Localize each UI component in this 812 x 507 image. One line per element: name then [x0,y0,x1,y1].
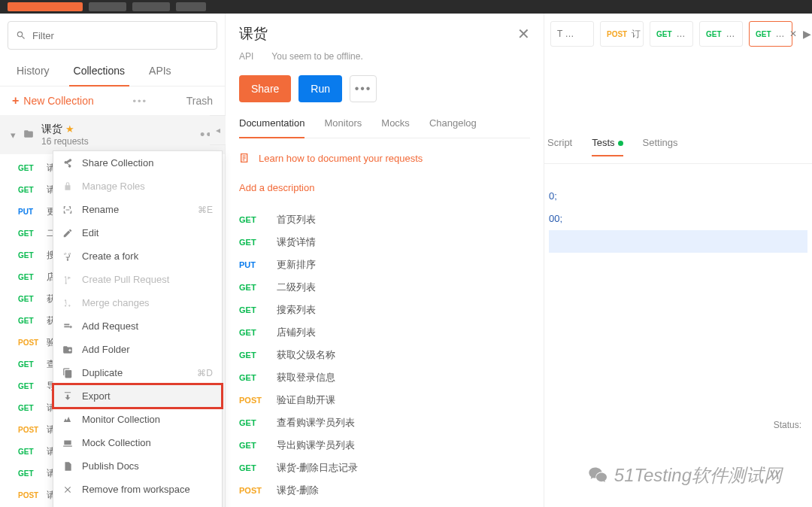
collection-subtitle: 16 requests [41,136,89,147]
menu-item-pull: Create Pull Request [53,268,222,291]
menu-item-export[interactable]: Export [53,384,222,408]
star-icon[interactable]: ★ [65,123,74,135]
doc-list-item[interactable]: GET店铺列表 [239,321,530,344]
tab-changelog[interactable]: Changelog [429,117,477,138]
collections-more-icon[interactable]: ••• [132,96,147,107]
subtab-settings[interactable]: Settings [643,137,678,156]
collection-context-menu: Share CollectionManage RolesRename⌘EEdit… [53,150,223,507]
doc-item-name: 查看购课学员列表 [277,416,355,430]
doc-list-item[interactable]: GET二级列表 [239,276,530,299]
status-dot-icon [618,141,623,146]
filter-input-wrap[interactable] [8,21,217,50]
request-tab[interactable]: T … [550,21,594,47]
menu-item-dup[interactable]: Duplicate⌘D [53,361,222,384]
collapse-sidebar-button[interactable]: ◂ [210,115,226,145]
menu-item-monitor[interactable]: Monitor Collection [53,408,222,431]
verb-badge: GET [18,295,42,303]
menu-item-rename[interactable]: Rename⌘E [53,198,222,221]
tab-documentation[interactable]: Documentation [239,117,304,138]
header-grey-button-3[interactable] [176,2,206,11]
code-editor[interactable]: 0; 00; [544,164,812,253]
lock-icon [62,181,73,192]
tab-label: T … [557,29,574,39]
trash-button[interactable]: Trash [186,95,213,107]
menu-item-publish[interactable]: Publish Docs [53,454,222,478]
verb-badge: GET [239,215,265,224]
learn-label: Learn how to document your requests [259,153,423,164]
request-tab[interactable]: GET…✕ [749,21,792,47]
sidebar-tab-apis[interactable]: APIs [137,57,183,86]
doc-list-item[interactable]: GET首页列表 [239,208,530,231]
request-tabstrip: T …POST订GET…GET…GET…✕▶ [544,14,812,54]
verb-badge: GET [239,328,265,337]
menu-item-delete[interactable]: Delete⌫ [53,501,222,507]
filter-input[interactable] [32,30,209,41]
menu-label: Add Request [82,320,138,332]
subtab-label: Tests [592,137,614,148]
export-icon [62,391,73,402]
tab-label: … [726,29,735,39]
header-orange-button[interactable] [8,2,83,11]
close-icon[interactable]: ✕ [517,25,530,43]
tab-label: … [677,29,686,39]
menu-item-addreq[interactable]: Add Request [53,314,222,338]
collection-header[interactable]: ▾ 课货 ★ 16 requests ••• ◂ [0,115,225,154]
tabs-scroll-right[interactable]: ▶ [798,28,812,40]
sidebar-tab-collections[interactable]: Collections [62,57,137,86]
menu-item-fork[interactable]: Create a fork [53,244,222,268]
doc-list-item[interactable]: GET获取登录信息 [239,366,530,389]
doc-list-item[interactable]: GET课货详情 [239,231,530,254]
doc-item-name: 课货详情 [277,235,316,249]
verb-badge: GET [18,382,42,390]
share-button[interactable]: Share [239,75,291,102]
menu-label: Manage Roles [82,181,145,192]
menu-item-mock[interactable]: Mock Collection [53,431,222,454]
header-grey-button-1[interactable] [89,2,126,11]
pull-icon [62,275,73,285]
doc-list-item[interactable]: GET导出购课学员列表 [239,434,530,457]
doc-list-item[interactable]: GET获取父级名称 [239,344,530,366]
menu-item-share[interactable]: Share Collection [53,151,222,175]
request-tab[interactable]: POST订 [600,21,644,47]
collection-name: 课货 [41,123,62,135]
code-line: 00; [549,213,562,224]
add-description-link[interactable]: Add a description [239,182,530,193]
subtab-label: Script [547,137,572,148]
verb-badge: POST [18,491,42,499]
verb-badge: GET [706,30,722,38]
learn-documentation-link[interactable]: Learn how to document your requests [239,152,530,164]
top-header [0,0,812,14]
verb-badge: GET [239,351,265,360]
doc-list-item[interactable]: POST课货-删除 [239,479,530,502]
subtab-label: Settings [643,137,678,148]
new-collection-button[interactable]: + New Collection [12,94,94,108]
plus-icon: + [12,94,19,108]
subtab-tests[interactable]: Tests [592,137,623,156]
tab-monitors[interactable]: Monitors [324,117,362,138]
doc-list-item[interactable]: POST验证自助开课 [239,389,530,411]
header-grey-button-2[interactable] [132,2,170,11]
verb-badge: GET [18,360,42,369]
subtab-script[interactable]: Script [547,137,572,156]
request-tab[interactable]: GET… [650,21,693,47]
doc-item-name: 更新排序 [277,258,316,272]
doc-list-item[interactable]: GET查看购课学员列表 [239,411,530,434]
menu-item-edit[interactable]: Edit [53,221,222,244]
detail-more-button[interactable]: ••• [350,75,377,102]
doc-item-name: 搜索列表 [277,303,316,317]
verb-badge: GET [18,251,42,260]
tab-mocks[interactable]: Mocks [381,117,410,138]
request-tab[interactable]: GET… [699,21,743,47]
run-button[interactable]: Run [298,75,342,102]
doc-list-item[interactable]: GET搜索列表 [239,299,530,321]
doc-list-item[interactable]: GET课货-删除日志记录 [239,457,530,479]
close-tab-icon[interactable]: ✕ [789,29,797,39]
doc-item-name: 二级列表 [277,281,316,294]
tab-label: 订 [632,28,641,41]
menu-item-remove[interactable]: Remove from workspace [53,478,222,501]
menu-label: Create Pull Request [82,274,169,285]
doc-list-item[interactable]: PUT更新排序 [239,254,530,276]
menu-item-addfolder[interactable]: Add Folder [53,338,222,361]
sidebar-tab-history[interactable]: History [5,57,62,86]
verb-badge: GET [18,164,42,172]
